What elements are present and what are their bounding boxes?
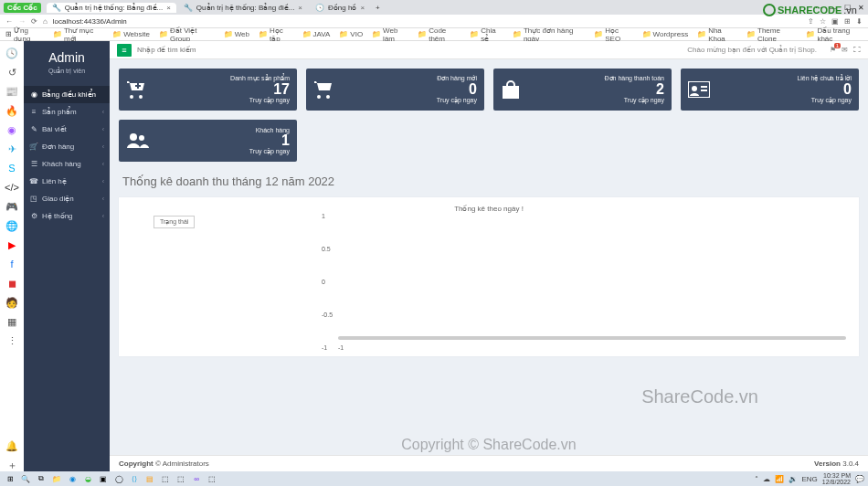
share-icon[interactable]: ⇪ [808, 17, 814, 26]
start-button[interactable]: ⊞ [4, 473, 16, 484]
game-icon[interactable]: 🎮 [5, 200, 18, 213]
bookmark-overflow[interactable]: 📁 Dấu trang khác [806, 26, 863, 43]
chrome-icon[interactable]: ◯ [112, 473, 125, 484]
explorer-icon[interactable]: 📁 [50, 473, 63, 484]
clock-icon[interactable]: 🕓 [5, 47, 18, 59]
app-icon[interactable]: ⬚ [206, 473, 218, 484]
search-icon[interactable]: 🔍 [19, 473, 32, 484]
bag-icon [501, 80, 524, 99]
bookmark-item[interactable]: 📁 Đất Việt Group [159, 26, 215, 43]
sidebar-item-orders[interactable]: 🛒Đơn hàng‹ [24, 138, 110, 155]
close-icon[interactable]: × [166, 4, 171, 12]
home-icon[interactable]: ⌂ [43, 17, 48, 26]
sublime-icon[interactable]: ▤ [143, 473, 156, 484]
grid-icon[interactable]: ▦ [5, 315, 18, 328]
chart-scrollbar[interactable] [338, 336, 846, 340]
bookmark-item[interactable]: 📁 Học SEO [594, 26, 632, 43]
stat-card-categories[interactable]: Danh mục sản phẩm17Truy cập ngay [119, 69, 297, 111]
browser-tab[interactable]: 🕓Đồng hồ× [310, 3, 370, 13]
sharecode-logo: SHARECODE.vn [763, 4, 857, 16]
svg-point-5 [139, 135, 144, 141]
dev-icon[interactable]: </> [5, 181, 18, 194]
red-icon[interactable]: ◼ [5, 277, 18, 290]
bookmark-item[interactable]: 📁 Wordpress [642, 30, 689, 38]
back-icon[interactable]: ← [5, 17, 13, 26]
url-input[interactable]: localhost:44336/Admin [53, 17, 802, 26]
bookmark-item[interactable]: 📁 Chia sẻ [470, 26, 503, 43]
bookmark-item[interactable]: 📁 Thực đơn hàng ngày [513, 26, 585, 43]
star-icon[interactable]: ☆ [820, 17, 826, 26]
sidebar-item-system[interactable]: ⚙Hệ thống‹ [24, 207, 110, 225]
avatar-icon[interactable]: 🧑 [5, 296, 18, 309]
vscode-icon[interactable]: ⟨⟩ [128, 473, 141, 484]
bookmark-item[interactable]: ⊞ Ứng dụng [5, 26, 44, 43]
tray-volume-icon[interactable]: 🔉 [789, 475, 798, 483]
search-input[interactable] [137, 46, 247, 54]
app-icon[interactable]: ▣ [97, 473, 110, 484]
svg-point-4 [130, 133, 137, 141]
bell-icon[interactable]: 🔔 [5, 439, 18, 452]
sidebar-item-posts[interactable]: ✎Bài viết‹ [24, 121, 110, 138]
browser-tab[interactable]: 🔧Quản trị hệ thống: Bảng điề...× [178, 3, 308, 13]
bookmark-item[interactable]: 📁 Website [112, 30, 150, 38]
more-icon[interactable]: ⋮ [5, 334, 18, 347]
flag-icon[interactable]: ⚑1 [830, 46, 836, 54]
tray-chevron-icon[interactable]: ˄ [755, 475, 758, 483]
sidebar-item-products[interactable]: ≡Sản phẩm‹ [24, 103, 110, 121]
bookmark-item[interactable]: 📁 VIO [339, 30, 363, 38]
bookmark-item[interactable]: 📁 Web [224, 30, 249, 38]
menu-toggle-button[interactable]: ≡ [117, 44, 132, 57]
sidebar-item-dashboard[interactable]: ◉Bảng điều khiển [24, 86, 110, 103]
edge-icon[interactable]: ◉ [66, 473, 79, 484]
messenger-icon[interactable]: ◉ [5, 123, 18, 136]
bookmark-item[interactable]: 📁 Theme Clone [746, 26, 797, 43]
browser-tab[interactable]: 🔧Quản trị hệ thống: Bảng điề...× [47, 3, 176, 13]
expand-icon[interactable]: ⛶ [853, 46, 861, 54]
plus-icon[interactable]: ＋ [5, 459, 18, 471]
bookmark-item[interactable]: 📁 Nha Khoa [697, 26, 737, 43]
bookmark-item[interactable]: 📁 Web làm [372, 26, 408, 43]
taskview-icon[interactable]: ⧉ [35, 473, 48, 484]
close-window-icon[interactable]: ✕ [858, 4, 864, 12]
footer-copyright: Copyright [119, 460, 153, 468]
notification-icon[interactable]: 💬 [855, 475, 864, 483]
envelope-icon[interactable]: ✉ [842, 46, 848, 54]
stat-card-unreplied[interactable]: Liên hệ chưa trả lời0Truy cập ngay [681, 69, 859, 111]
tray-lang[interactable]: ENG [802, 475, 818, 483]
facebook-icon[interactable]: f [5, 258, 18, 270]
globe-icon[interactable]: 🌐 [5, 219, 18, 232]
sidebar-item-theme[interactable]: ◳Giao diện‹ [24, 190, 110, 207]
tray-wifi-icon[interactable]: 📶 [775, 475, 784, 483]
stat-card-new-orders[interactable]: Đơn hàng mới0Truy cập ngay [306, 69, 484, 111]
download-icon[interactable]: ⬇ [856, 17, 863, 26]
telegram-icon[interactable]: ✈ [5, 143, 18, 155]
news-icon[interactable]: 📰 [5, 85, 18, 98]
system-clock[interactable]: 10:32 PM 12/8/2022 [822, 472, 851, 485]
forward-icon[interactable]: → [18, 17, 26, 26]
sidebar-item-contact[interactable]: ☎Liên hệ‹ [24, 173, 110, 190]
bookmark-item[interactable]: 📁 JAVA [302, 30, 331, 38]
puzzle-icon[interactable]: ⊞ [844, 17, 851, 26]
chevron-left-icon: ‹ [102, 143, 104, 150]
bookmark-item[interactable]: 📁 Code thêm [418, 26, 460, 43]
app-icon[interactable]: ⬚ [175, 473, 187, 484]
sidebar-item-customers[interactable]: ☰Khách hàng‹ [24, 155, 110, 173]
skype-icon[interactable]: S [5, 162, 18, 174]
app-icon[interactable]: ⬚ [159, 473, 172, 484]
bookmark-item[interactable]: 📁 Thư mục mới [53, 26, 103, 43]
tray-cloud-icon[interactable]: ☁ [763, 475, 770, 483]
reload-icon[interactable]: ⟳ [31, 17, 37, 26]
history-icon[interactable]: ↺ [5, 66, 18, 79]
stat-card-paid-orders[interactable]: Đơn hàng thanh toán2Truy cập ngay [493, 69, 672, 111]
close-icon[interactable]: × [298, 4, 302, 12]
vs-icon[interactable]: ∞ [190, 473, 203, 484]
bookmark-item[interactable]: 📁 Học tập [259, 26, 293, 43]
stat-card-customers[interactable]: Khách hàng1Truy cập ngay [119, 120, 297, 162]
coccoc-icon[interactable]: ◒ [81, 473, 94, 484]
box-icon[interactable]: ▣ [831, 17, 839, 26]
fire-icon[interactable]: 🔥 [5, 104, 18, 117]
brand-subtitle: Quản trị viên [24, 68, 110, 75]
close-icon[interactable]: × [360, 4, 365, 12]
new-tab-button[interactable]: + [372, 4, 384, 12]
youtube-icon[interactable]: ▶ [5, 238, 18, 251]
